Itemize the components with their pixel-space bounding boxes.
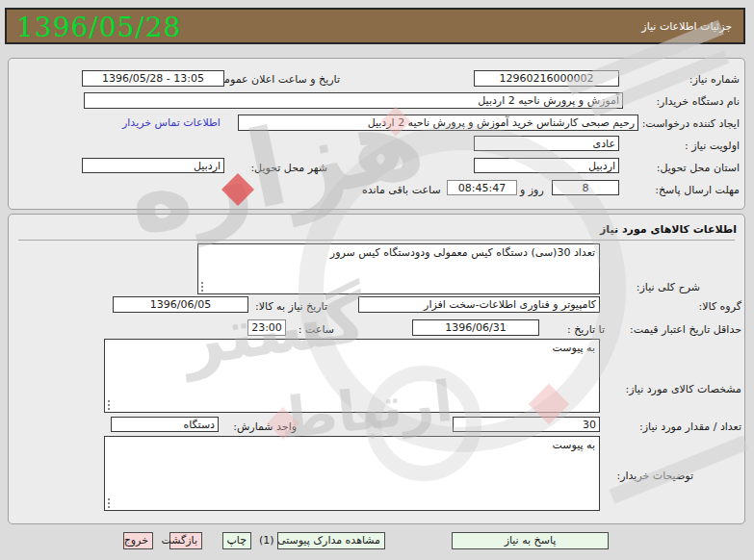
unit-label: واحد شمارش: [233, 420, 297, 433]
announce-datetime-label: تاریخ و ساعت اعلان عمومی: [212, 73, 340, 86]
exit-button[interactable]: خروج [123, 532, 153, 549]
goods-group-label: گروه کالا: [699, 300, 741, 313]
quantity-field[interactable]: 30 [453, 417, 600, 432]
need-number-label: شماره نیاز: [689, 73, 740, 86]
section-divider [18, 240, 735, 241]
back-button[interactable]: بازگشت [169, 532, 202, 549]
specs-label: مشخصات کالای مورد نیاز: [625, 383, 741, 395]
delivery-city-field[interactable]: اردبیل [82, 158, 224, 173]
delivery-province-label: استان محل تحویل: [657, 162, 740, 174]
deadline-days-field[interactable]: 8 [552, 180, 619, 195]
general-description-text: تعداد 30(سی) دستگاه کیس معمولی ودودستگاه… [330, 246, 595, 259]
delivery-city-label: شهر محل تحویل: [250, 162, 327, 174]
page-title: جزئیات اطلاعات نیاز [641, 20, 732, 33]
validity-time-field: 23:00 [247, 319, 286, 336]
response-deadline-label: مهلت ارسال پاسخ: [655, 184, 740, 196]
deadline-time-suffix: ساعت باقی مانده [362, 184, 441, 196]
print-button[interactable]: چاپ [222, 532, 251, 549]
buyer-notes-text: به پیوست [552, 439, 595, 451]
resize-grip-icon[interactable] [201, 282, 207, 292]
validity-date-field[interactable]: 1396/06/31 [412, 319, 539, 336]
header-date: 1396/05/28 [16, 12, 181, 43]
request-creator-field[interactable]: رحیم صبحی کارشناس خرید آموزش و پرورش ناح… [238, 115, 638, 131]
until-date-label: تا تاریخ : [567, 323, 605, 336]
respond-to-need-button[interactable]: پاسخ به نیاز [452, 532, 609, 549]
request-creator-label: ایجاد کننده درخواست: [642, 117, 740, 130]
goods-section-title: اطلاعات کالاهای مورد نیاز [600, 223, 737, 236]
buyer-contact-link[interactable]: اطلاعات تماس خریدار [122, 116, 221, 129]
delivery-province-field[interactable]: اردبیل [474, 158, 619, 173]
resize-grip-icon[interactable] [108, 400, 114, 410]
deadline-days-suffix: روز و [520, 184, 544, 196]
buyer-org-field[interactable]: آموزش و پرورش ناحیه 2 اردبیل [84, 92, 623, 109]
buyer-org-label: نام دستگاه خریدار: [656, 95, 740, 108]
priority-label: اولویت نیاز : [685, 140, 740, 152]
title-bar: 1396/05/28 جزئیات اطلاعات نیاز [5, 8, 745, 44]
price-validity-label: حداقل تاریخ اعتبار قیمت: [630, 323, 741, 336]
hour-label: ساعت : [299, 323, 334, 336]
goods-group-field[interactable]: کامپیوتر و فناوری اطلاعات-سخت افزار [358, 296, 600, 313]
buyer-notes-label: توضیحات خریدار: [617, 470, 694, 482]
announce-datetime-field[interactable]: 1396/05/28 - 13:05 [82, 70, 224, 87]
need-date-label: تاریخ نیاز به کالا: [255, 300, 327, 313]
general-description-textarea[interactable]: تعداد 30(سی) دستگاه کیس معمولی ودودستگاه… [197, 243, 600, 294]
deadline-time-field: 08:45:47 [447, 180, 517, 195]
view-attachments-button[interactable]: مشاهده مدارک پیوستی (1) [277, 532, 385, 549]
specs-text: به پیوست [552, 342, 595, 354]
quantity-label: تعداد / مقدار مورد نیاز: [639, 420, 741, 433]
general-description-label: شرح کلی نیاز: [637, 281, 700, 293]
priority-field[interactable]: عادی [474, 136, 619, 151]
buyer-notes-textarea[interactable]: به پیوست [104, 436, 600, 511]
need-number-field[interactable]: 12960216000002 [474, 70, 619, 87]
specs-textarea[interactable]: به پیوست [104, 339, 600, 413]
unit-field[interactable]: دستگاه [111, 417, 219, 432]
need-date-field[interactable]: 1396/06/05 [113, 296, 248, 313]
resize-grip-icon[interactable] [108, 498, 114, 508]
